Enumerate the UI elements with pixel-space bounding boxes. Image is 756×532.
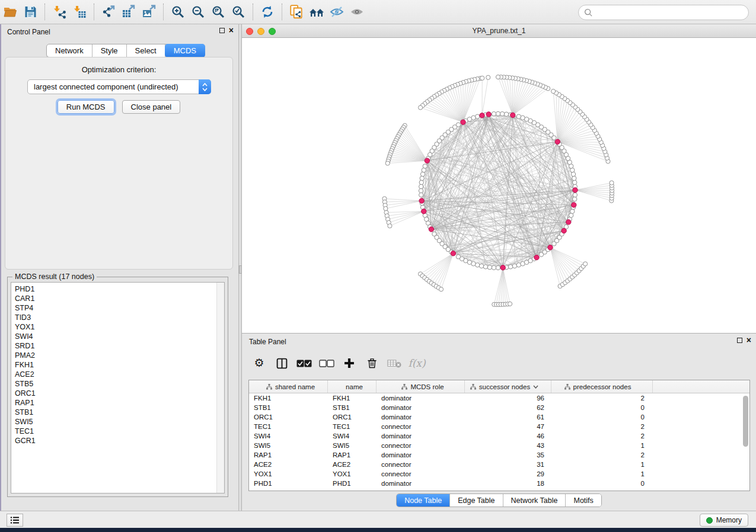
table-row[interactable]: YOX1YOX1connector291 (249, 469, 742, 479)
table-cell: TEC1 (328, 423, 377, 430)
export-network-icon[interactable] (98, 3, 119, 21)
export-table-icon[interactable] (119, 3, 139, 21)
settings-gear-icon[interactable]: ⚙ (248, 352, 270, 374)
table-cell: 18 (465, 480, 551, 487)
first-neighbors-icon[interactable] (307, 3, 327, 21)
show-columns-icon[interactable] (270, 352, 293, 374)
table-cell: STB1 (249, 404, 328, 411)
table-row[interactable]: STB1STB1dominator620 (249, 403, 742, 412)
table-cell: 47 (465, 423, 551, 430)
mcds-result-item[interactable]: CAR1 (11, 294, 224, 303)
delete-column-icon[interactable] (361, 352, 383, 374)
table-row[interactable]: TEC1TEC1connector472 (249, 422, 742, 431)
select-all-checkboxes-icon[interactable] (293, 352, 315, 374)
mcds-result-item[interactable]: SWI4 (11, 332, 224, 341)
run-mcds-button[interactable]: Run MCDS (58, 100, 114, 114)
function-builder-icon[interactable]: f(x) (406, 352, 428, 374)
float-table-panel-icon[interactable] (737, 338, 742, 343)
hide-selected-icon[interactable] (327, 3, 347, 21)
mcds-result-item[interactable]: STP4 (11, 303, 224, 313)
sort-descending-icon (533, 385, 538, 389)
search-box[interactable] (578, 5, 749, 20)
tab-select[interactable]: Select (127, 44, 165, 57)
mcds-result-item[interactable]: STB1 (11, 408, 224, 417)
table-cell: dominator (377, 414, 465, 421)
mcds-result-item[interactable]: PMA2 (11, 351, 224, 360)
refresh-layout-icon[interactable] (257, 3, 277, 21)
table-cell: dominator (377, 432, 465, 440)
tab-network-table[interactable]: Network Table (503, 494, 566, 507)
add-column-icon[interactable] (338, 352, 361, 374)
mcds-result-item[interactable]: RAP1 (11, 398, 224, 408)
column-header-successor-nodes[interactable]: successor nodes (465, 380, 551, 393)
column-header-mcds-role[interactable]: MCDS role (377, 380, 465, 393)
column-header-name[interactable]: name (328, 380, 377, 393)
column-header-predecessor-nodes[interactable]: predecessor nodes (551, 380, 653, 393)
table-panel: Table Panel × ⚙ f(x) shared name name MC… (242, 333, 756, 511)
delete-table-icon[interactable] (383, 352, 406, 374)
table-row[interactable]: SWI4SWI4dominator462 (249, 431, 742, 441)
tab-style[interactable]: Style (92, 44, 127, 57)
table-cell: PHD1 (328, 480, 377, 487)
desktop-edge (0, 24, 1, 511)
mcds-result-item[interactable]: ORC1 (11, 389, 224, 398)
mcds-result-item[interactable]: STB5 (11, 379, 224, 389)
zoom-in-icon[interactable] (168, 3, 188, 21)
tab-mcds[interactable]: MCDS (165, 44, 205, 57)
export-image-icon[interactable] (139, 3, 159, 21)
column-header-shared-name[interactable]: shared name (249, 380, 328, 393)
tab-network[interactable]: Network (47, 44, 92, 57)
table-scrollbar[interactable] (742, 395, 749, 491)
mcds-result-item[interactable]: TEC1 (11, 427, 224, 436)
mcds-result-list[interactable]: PHD1CAR1STP4TID3YOX1SWI4SRD1PMA2FKH1ACE2… (11, 282, 225, 493)
network-canvas[interactable] (242, 38, 756, 333)
show-all-icon[interactable] (347, 3, 367, 21)
table-row[interactable]: SWI5SWI5connector431 (249, 441, 742, 450)
table-row[interactable]: RAP1RAP1dominator352 (249, 450, 742, 460)
mcds-result-item[interactable]: SRD1 (11, 341, 224, 351)
search-input[interactable] (596, 8, 739, 17)
table-cell: ACE2 (249, 461, 328, 468)
mcds-result-item[interactable]: TID3 (11, 313, 224, 322)
float-panel-icon[interactable] (219, 28, 225, 33)
memory-button[interactable]: Memory (700, 514, 748, 527)
table-cell: 46 (465, 432, 551, 440)
network-titlebar: YPA_prune.txt_1 (242, 24, 756, 38)
tab-node-table[interactable]: Node Table (397, 494, 450, 507)
close-table-panel-icon[interactable]: × (747, 338, 751, 343)
table-cell: 62 (465, 404, 551, 411)
mcds-result-item[interactable]: ACE2 (11, 370, 224, 379)
open-file-icon[interactable] (0, 3, 20, 21)
import-network-icon[interactable] (49, 3, 69, 21)
deselect-all-checkboxes-icon[interactable] (315, 352, 338, 374)
table-row[interactable]: PHD1PHD1dominator180 (249, 479, 742, 488)
zoom-fit-icon[interactable] (208, 3, 228, 21)
table-cell: 2 (551, 423, 653, 430)
table-row[interactable]: ORC1ORC1dominator610 (249, 412, 742, 422)
save-session-icon[interactable] (20, 3, 40, 21)
zoom-selected-icon[interactable] (228, 3, 248, 21)
criterion-dropdown[interactable]: largest connected component (undirected) (27, 79, 211, 94)
import-table-icon[interactable] (69, 3, 90, 21)
list-menu-icon (10, 516, 20, 524)
mcds-result-item[interactable]: GCR1 (11, 436, 224, 446)
table-row[interactable]: ACE2ACE2connector311 (249, 460, 742, 469)
list-scrollbar[interactable] (216, 283, 224, 493)
status-bar: Memory (0, 511, 756, 528)
tab-edge-table[interactable]: Edge Table (450, 494, 503, 507)
table-cell: connector (377, 470, 465, 477)
tab-motifs[interactable]: Motifs (566, 494, 601, 507)
close-panel-icon[interactable]: × (229, 28, 234, 33)
mcds-result-item[interactable]: SWI5 (11, 417, 224, 427)
mcds-result-item[interactable]: PHD1 (11, 284, 224, 294)
close-panel-button[interactable]: Close panel (122, 100, 181, 114)
node-table: shared name name MCDS role successor nod… (248, 380, 750, 491)
table-row[interactable]: FKH1FKH1dominator962 (249, 393, 742, 403)
duplicate-network-icon[interactable] (286, 3, 307, 21)
mcds-result-item[interactable]: FKH1 (11, 360, 224, 370)
table-cell: ORC1 (328, 414, 377, 421)
zoom-out-icon[interactable] (188, 3, 208, 21)
mcds-result-item[interactable]: YOX1 (11, 322, 224, 332)
table-scrollbar-thumb[interactable] (743, 396, 748, 447)
status-menu-button[interactable] (7, 514, 23, 527)
